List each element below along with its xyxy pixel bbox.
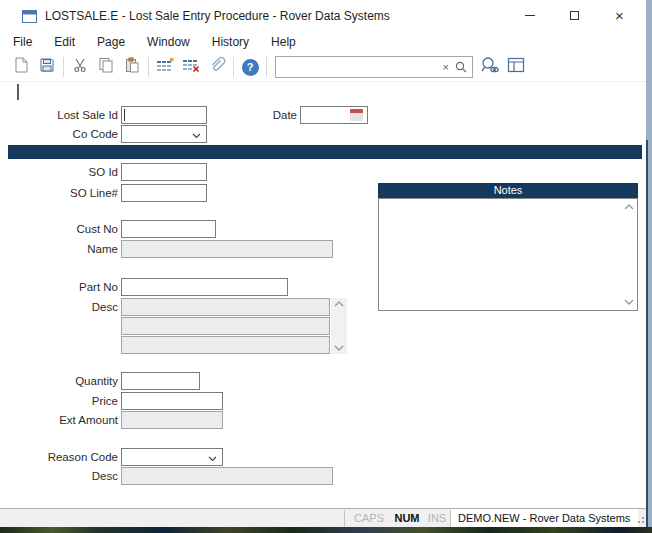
paste-button[interactable] (119, 55, 145, 79)
part-no-field[interactable] (121, 278, 288, 296)
ext-amount-label: Ext Amount (8, 411, 118, 429)
quantity-field[interactable] (121, 372, 200, 390)
status-bar: CAPS NUM INS DEMO.NEW - Rover Data Syste… (0, 508, 646, 527)
lost-sale-id-field[interactable] (121, 106, 207, 124)
new-document-button[interactable] (8, 55, 34, 79)
so-line-field[interactable] (121, 184, 207, 202)
lost-sale-id-label: Lost Sale Id (8, 106, 118, 124)
reason-code-dropdown[interactable] (121, 448, 223, 466)
scroll-down-icon[interactable] (334, 345, 344, 351)
app-window-icon (22, 9, 37, 22)
save-button[interactable] (34, 55, 60, 79)
copy-button[interactable] (93, 55, 119, 79)
paste-icon (124, 57, 140, 77)
field-caret (124, 109, 125, 121)
resize-grip[interactable] (635, 514, 645, 526)
maximize-button[interactable] (552, 0, 597, 31)
ext-amount-field (121, 411, 223, 429)
delete-row-button[interactable] (178, 55, 204, 79)
app-window: LOSTSALE.E - Lost Sale Entry Procedure -… (0, 0, 646, 527)
status-divider (344, 510, 345, 527)
menu-help[interactable]: Help (260, 32, 307, 52)
menu-edit[interactable]: Edit (43, 32, 86, 52)
window-title: LOSTSALE.E - Lost Sale Entry Procedure -… (45, 9, 390, 23)
search-clear-icon[interactable]: × (439, 62, 453, 73)
form-view-icon (507, 57, 525, 77)
save-icon (39, 57, 55, 77)
reason-code-label: Reason Code (8, 448, 118, 466)
form-view-button[interactable] (503, 55, 529, 79)
minimize-button[interactable] (507, 0, 552, 31)
chevron-down-icon (208, 448, 217, 466)
so-id-field[interactable] (121, 163, 207, 181)
part-desc-field-3 (121, 336, 330, 354)
cust-no-field[interactable] (121, 220, 216, 238)
paperclip-icon (208, 56, 226, 78)
help-button[interactable]: ? (237, 55, 263, 79)
notes-header: Notes (378, 183, 638, 198)
lookup-button[interactable] (477, 55, 503, 79)
scroll-up-icon[interactable] (624, 204, 634, 210)
co-code-label: Co Code (8, 125, 118, 143)
cut-icon (72, 57, 88, 77)
caps-indicator: CAPS (350, 509, 388, 527)
part-desc-label: Desc (8, 298, 118, 316)
close-button[interactable]: × (597, 0, 642, 31)
ins-indicator: INS (424, 509, 450, 527)
notes-textarea[interactable] (378, 198, 638, 311)
toolbar-separator (148, 57, 149, 77)
search-input[interactable] (276, 58, 439, 76)
toolbar-separator (233, 57, 234, 77)
menu-history[interactable]: History (201, 32, 260, 52)
desktop-wallpaper-strip (0, 527, 652, 533)
text-caret (17, 84, 19, 100)
menu-file[interactable]: File (2, 32, 43, 52)
price-field[interactable] (121, 392, 223, 410)
reason-desc-field (121, 467, 333, 485)
toolbar-search-box: × (275, 56, 473, 78)
desktop-right-strip (648, 0, 652, 527)
scroll-down-icon[interactable] (624, 299, 634, 305)
num-indicator: NUM (390, 509, 424, 527)
cust-no-label: Cust No (8, 220, 118, 238)
part-desc-field-1 (121, 298, 330, 316)
title-bar: LOSTSALE.E - Lost Sale Entry Procedure -… (0, 0, 646, 31)
menu-window[interactable]: Window (136, 32, 201, 52)
part-no-label: Part No (8, 278, 118, 296)
insert-row-icon (156, 57, 174, 77)
session-text: DEMO.NEW - Rover Data Systems (458, 512, 630, 524)
co-code-dropdown[interactable] (121, 125, 207, 143)
toolbar-separator (63, 57, 64, 77)
notes-panel: Notes (378, 183, 638, 311)
so-id-label: SO Id (8, 163, 118, 181)
close-icon: × (615, 8, 624, 23)
calendar-icon[interactable] (350, 109, 363, 121)
reason-desc-label: Desc (8, 467, 118, 485)
maximize-icon (570, 11, 579, 20)
scroll-up-icon[interactable] (334, 301, 344, 307)
menu-bar: File Edit Page Window History Help (0, 31, 646, 53)
name-field (121, 240, 333, 258)
cut-button[interactable] (67, 55, 93, 79)
so-line-label: SO Line# (8, 184, 118, 202)
name-label: Name (8, 240, 118, 258)
delete-row-icon (182, 57, 200, 77)
price-label: Price (8, 392, 118, 410)
new-document-icon (13, 57, 29, 77)
menu-page[interactable]: Page (86, 32, 136, 52)
help-icon: ? (242, 59, 259, 76)
quantity-label: Quantity (8, 372, 118, 390)
section-divider-band (8, 145, 642, 159)
date-label: Date (240, 106, 297, 124)
insert-row-button[interactable] (152, 55, 178, 79)
toolbar-separator (266, 57, 267, 77)
part-desc-field-2 (121, 317, 330, 335)
session-status: DEMO.NEW - Rover Data Systems (451, 509, 638, 527)
chevron-down-icon (192, 125, 201, 143)
minimize-icon (525, 15, 535, 16)
search-icon[interactable] (453, 60, 472, 74)
lookup-eye-icon (480, 56, 500, 78)
attach-button[interactable] (204, 55, 230, 79)
toolbar: ? × (0, 53, 646, 82)
window-controls: × (507, 0, 642, 31)
